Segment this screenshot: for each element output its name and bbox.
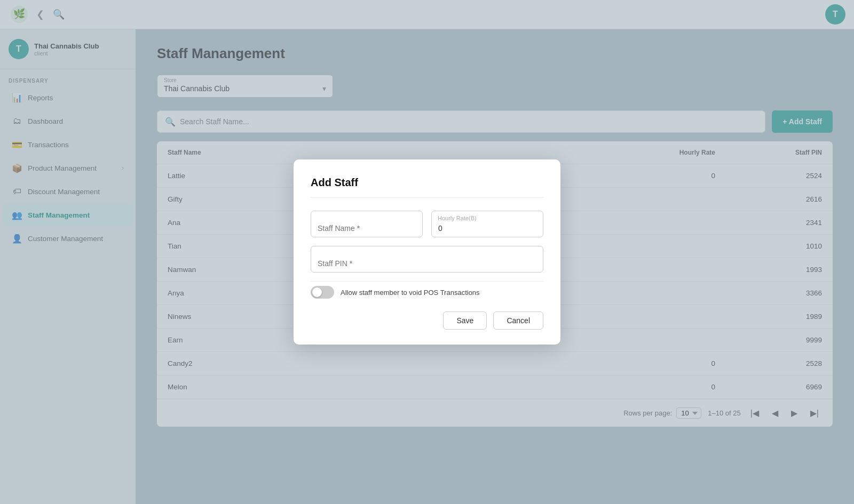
staff-name-input[interactable]: [311, 211, 423, 237]
cancel-button[interactable]: Cancel: [493, 311, 543, 330]
toggle-knob: [312, 287, 322, 297]
modal-pin-row: [311, 246, 543, 273]
toggle-label: Allow staff member to void POS Transacti…: [341, 289, 480, 297]
save-button[interactable]: Save: [443, 311, 487, 330]
staff-pin-input[interactable]: [311, 246, 543, 273]
staff-name-field: [311, 211, 423, 237]
add-staff-modal: Add Staff Hourly Rate(B) Allow staff mem…: [294, 159, 560, 345]
modal-name-rate-row: Hourly Rate(B): [311, 211, 543, 237]
hourly-rate-field: Hourly Rate(B): [431, 211, 543, 237]
hourly-rate-input[interactable]: [431, 211, 543, 237]
modal-overlay: Add Staff Hourly Rate(B) Allow staff mem…: [0, 0, 854, 504]
modal-actions: Save Cancel: [311, 311, 543, 330]
staff-pin-field: [311, 246, 543, 273]
modal-title: Add Staff: [311, 177, 543, 198]
void-transactions-toggle[interactable]: [311, 286, 334, 299]
modal-toggle-row: Allow staff member to void POS Transacti…: [311, 281, 543, 299]
